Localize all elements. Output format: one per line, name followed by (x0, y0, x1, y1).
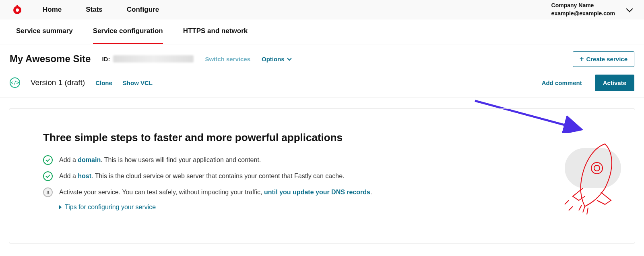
tips-link[interactable]: Tips for configuring your service (65, 204, 156, 210)
rocket-illustration-icon (545, 136, 625, 216)
tab-service-summary[interactable]: Service summary (16, 19, 73, 44)
brand-logo-icon[interactable] (12, 4, 23, 15)
step-item: 3 Activate your service. You can test sa… (43, 187, 601, 197)
nav-stats[interactable]: Stats (86, 6, 103, 14)
tab-service-configuration[interactable]: Service configuration (93, 19, 163, 44)
version-label: Version 1 (draft) (31, 78, 85, 87)
account-menu[interactable]: Company Name example@example.com (551, 2, 632, 17)
activate-button[interactable]: Activate (595, 75, 634, 91)
clone-link[interactable]: Clone (95, 79, 112, 86)
panel-heading: Three simple steps to faster and more po… (43, 131, 601, 144)
tips-row: Tips for configuring your service (59, 204, 601, 211)
nav-home[interactable]: Home (43, 6, 62, 14)
service-id-label: ID: (102, 55, 194, 62)
add-comment-link[interactable]: Add comment (542, 79, 582, 86)
show-vcl-link[interactable]: Show VCL (123, 79, 153, 86)
create-service-button[interactable]: + Create service (573, 51, 634, 67)
step-item: Add a domain. This is how users will fin… (43, 155, 601, 165)
dns-records-link[interactable]: until you update your DNS records (264, 189, 370, 196)
nav-configure[interactable]: Configure (127, 6, 159, 14)
host-link[interactable]: host (78, 173, 91, 179)
check-icon (43, 155, 53, 165)
domain-link[interactable]: domain (78, 156, 101, 163)
svg-point-4 (591, 162, 603, 174)
options-dropdown[interactable]: Options (262, 56, 291, 62)
svg-rect-2 (17, 5, 18, 7)
switch-services-link[interactable]: Switch services (205, 56, 250, 62)
chevron-down-icon (626, 5, 633, 12)
chevron-down-icon (287, 56, 291, 60)
code-icon: </> (10, 77, 20, 88)
account-email: example@example.com (551, 10, 615, 18)
steps-list: Add a domain. This is how users will fin… (43, 155, 601, 197)
svg-point-5 (594, 165, 600, 171)
service-id-value-redacted (113, 55, 194, 62)
service-header: My Awesome Site ID: Switch services Opti… (0, 44, 644, 73)
triangle-right-icon (59, 205, 62, 209)
check-icon (43, 171, 53, 181)
svg-point-1 (16, 8, 19, 12)
top-nav: Home Stats Configure Company Name exampl… (0, 0, 644, 19)
account-company: Company Name (551, 2, 615, 10)
version-bar: </> Version 1 (draft) Clone Show VCL Add… (0, 73, 644, 98)
step-item: Add a host. This is the cloud service or… (43, 171, 601, 181)
service-title: My Awesome Site (10, 53, 91, 65)
onboarding-panel: Three simple steps to faster and more po… (9, 108, 635, 244)
tab-https-network[interactable]: HTTPS and network (183, 19, 248, 44)
step-number-icon: 3 (43, 187, 53, 197)
sub-tabs: Service summary Service configuration HT… (0, 19, 644, 44)
